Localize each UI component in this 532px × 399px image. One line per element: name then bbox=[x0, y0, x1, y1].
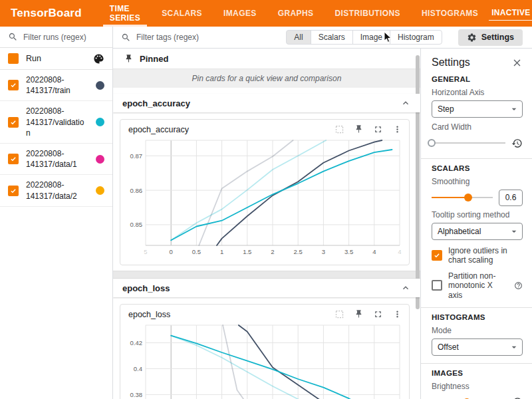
nav-tab-graphs[interactable]: GRAPHS bbox=[267, 0, 325, 27]
filter-button-image[interactable]: Image bbox=[352, 30, 390, 45]
svg-text:3.5: 3.5 bbox=[344, 248, 353, 255]
gear-icon bbox=[467, 33, 477, 43]
pin-icon[interactable] bbox=[354, 124, 364, 134]
fit-to-data-icon[interactable] bbox=[334, 309, 344, 319]
checkbox-label: Ignore outliers in chart scaling bbox=[448, 246, 523, 265]
histogram-mode-label: Mode bbox=[432, 326, 523, 335]
svg-text:3: 3 bbox=[322, 248, 325, 255]
smoothing-value-input[interactable]: 0.6 bbox=[499, 190, 523, 206]
run-row[interactable]: 20220808-141317/train bbox=[0, 70, 112, 101]
svg-text:0.85: 0.85 bbox=[130, 221, 143, 228]
select-all-runs-checkbox[interactable] bbox=[8, 53, 19, 64]
smoothing-slider[interactable] bbox=[432, 193, 493, 202]
tag-section-header[interactable]: epoch_accuracy bbox=[113, 94, 420, 112]
filter-button-scalars[interactable]: Scalars bbox=[311, 30, 353, 45]
svg-text:2: 2 bbox=[271, 248, 274, 255]
runs-list-header: Run bbox=[0, 48, 112, 70]
filter-button-all[interactable]: All bbox=[286, 30, 311, 45]
fullscreen-icon[interactable] bbox=[373, 124, 383, 134]
checkbox[interactable] bbox=[432, 280, 442, 291]
section-divider bbox=[113, 271, 420, 279]
pin-icon[interactable] bbox=[354, 309, 364, 319]
caret-down-icon bbox=[509, 104, 519, 114]
svg-text:0.42: 0.42 bbox=[130, 339, 143, 346]
svg-text:0.5: 0.5 bbox=[192, 248, 201, 255]
line-chart[interactable]: 00.511.522.533.54540.850.860.87 bbox=[123, 137, 405, 259]
card-title: epoch_accuracy bbox=[128, 125, 189, 134]
fullscreen-icon[interactable] bbox=[373, 309, 383, 319]
chevron-up-icon[interactable] bbox=[400, 98, 411, 108]
run-row[interactable]: 20220808-141317/data/2 bbox=[0, 175, 112, 206]
svg-text:4: 4 bbox=[398, 248, 401, 255]
horizontal-axis-label: Horizontal Axis bbox=[432, 88, 523, 97]
ignore-outliers-option[interactable]: Ignore outliers in chart scaling bbox=[432, 246, 523, 265]
partition-x-axis-option[interactable]: Partition non-monotonic X axis bbox=[432, 271, 523, 300]
slider-thumb[interactable] bbox=[464, 194, 472, 201]
filter-button-histogram[interactable]: Histogram bbox=[390, 30, 442, 45]
run-color-dot[interactable] bbox=[96, 81, 104, 90]
filter-tags-input[interactable] bbox=[136, 33, 281, 42]
nav-tab-images[interactable]: IMAGES bbox=[213, 0, 267, 27]
scalar-card: epoch_loss 00.511.522.533.540.360.380.40… bbox=[120, 304, 410, 399]
settings-button[interactable]: Settings bbox=[458, 29, 523, 46]
card-title: epoch_loss bbox=[128, 310, 170, 319]
close-icon[interactable] bbox=[511, 57, 523, 68]
reset-icon[interactable] bbox=[511, 396, 523, 399]
run-color-dot[interactable] bbox=[96, 186, 104, 195]
filter-runs-input[interactable] bbox=[23, 33, 106, 42]
section-title: epoch_loss bbox=[122, 283, 170, 293]
run-status-select[interactable]: INACTIVE bbox=[489, 6, 532, 21]
run-checkbox[interactable] bbox=[8, 186, 19, 196]
reset-icon[interactable] bbox=[511, 138, 523, 149]
help-icon[interactable] bbox=[514, 281, 523, 290]
more-options-icon[interactable] bbox=[392, 124, 402, 134]
tag-type-filter-group: AllScalarsImageHistogram bbox=[286, 30, 442, 45]
checkbox[interactable] bbox=[432, 250, 442, 261]
nav-tab-distributions[interactable]: DISTRIBUTIONS bbox=[324, 0, 411, 27]
checkbox-label: Partition non-monotonic X axis bbox=[448, 271, 508, 300]
more-options-icon[interactable] bbox=[392, 309, 402, 319]
settings-panel-title: Settings bbox=[432, 57, 470, 68]
card-width-label: Card Width bbox=[432, 122, 523, 132]
divider bbox=[421, 363, 532, 364]
slider-thumb[interactable] bbox=[428, 139, 436, 147]
tooltip-sorting-label: Tooltip sorting method bbox=[432, 210, 523, 219]
run-row[interactable]: 20220808-141317/data/1 bbox=[0, 144, 112, 175]
search-icon bbox=[8, 32, 18, 42]
histogram-mode-select[interactable]: Offset bbox=[432, 338, 523, 356]
horizontal-axis-select[interactable]: Step bbox=[432, 100, 523, 118]
svg-text:0.86: 0.86 bbox=[130, 187, 143, 194]
run-checkbox[interactable] bbox=[8, 117, 19, 128]
pin-icon bbox=[124, 54, 134, 64]
filter-runs-row bbox=[0, 27, 112, 48]
images-heading: IMAGES bbox=[432, 369, 523, 377]
chevron-up-icon[interactable] bbox=[400, 283, 411, 293]
settings-button-label: Settings bbox=[481, 33, 514, 42]
runs-column-label: Run bbox=[26, 54, 86, 63]
run-row[interactable]: 20220808-141317/validation bbox=[0, 101, 112, 144]
divider bbox=[421, 307, 532, 308]
app-header: TensorBoard TIME SERIESSCALARSIMAGESGRAP… bbox=[0, 0, 532, 27]
run-color-dot[interactable] bbox=[96, 155, 104, 164]
svg-text:0.4: 0.4 bbox=[134, 365, 142, 372]
run-color-dot[interactable] bbox=[96, 118, 104, 126]
divider bbox=[421, 158, 532, 159]
nav-tab-histograms[interactable]: HISTOGRAMS bbox=[411, 0, 489, 27]
fit-to-data-icon[interactable] bbox=[334, 124, 344, 134]
pinned-empty-hint: Pin cards for a quick view and compariso… bbox=[113, 68, 420, 88]
nav-tab-time-series[interactable]: TIME SERIES bbox=[99, 0, 151, 27]
run-label: 20220808-141317/validation bbox=[26, 106, 88, 138]
line-chart[interactable]: 00.511.522.533.540.360.380.40.42 bbox=[123, 322, 405, 399]
nav-tab-scalars[interactable]: SCALARS bbox=[151, 0, 213, 27]
general-heading: GENERAL bbox=[432, 75, 523, 83]
palette-icon[interactable] bbox=[93, 53, 104, 65]
smoothing-label: Smoothing bbox=[432, 177, 523, 186]
tooltip-sorting-select[interactable]: Alphabetical bbox=[432, 223, 523, 240]
card-width-slider[interactable] bbox=[432, 138, 505, 148]
scalars-heading: SCALARS bbox=[432, 164, 523, 172]
run-checkbox[interactable] bbox=[8, 80, 19, 90]
histograms-heading: HISTOGRAMS bbox=[432, 313, 523, 321]
run-checkbox[interactable] bbox=[8, 154, 19, 164]
tag-section-header[interactable]: epoch_loss bbox=[113, 279, 420, 297]
tag-section-epoch_loss: epoch_loss epoch_loss 00.511.522.533.540… bbox=[113, 279, 420, 399]
